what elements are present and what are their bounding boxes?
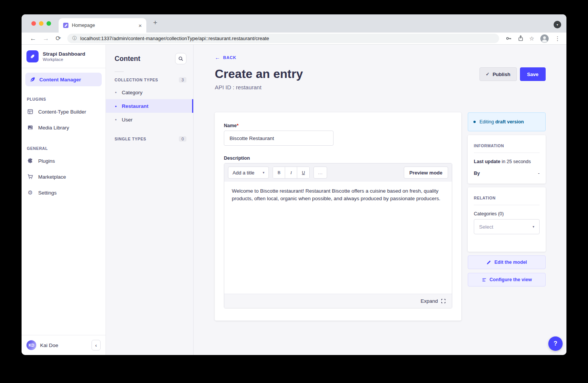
sidebar-item-content-type-builder[interactable]: Content-Type Builder (22, 104, 105, 120)
sidebar-item-marketplace[interactable]: Marketplace (22, 169, 105, 185)
subnav-item-label: Category (122, 90, 143, 95)
sidebar-item-label: Settings (38, 190, 57, 196)
bookmark-star-icon[interactable]: ☆ (529, 35, 534, 42)
traffic-lights (31, 21, 51, 26)
by-value: - (538, 171, 540, 176)
title-style-dropdown[interactable]: Add a title ▾ (228, 167, 269, 179)
forward-icon[interactable]: → (43, 35, 49, 42)
sidebar-item-settings[interactable]: ⚙ Settings (22, 185, 105, 201)
minimize-window-button[interactable] (39, 21, 43, 26)
sidebar-item-media-library[interactable]: Media Library (22, 120, 105, 135)
by-label: By (474, 171, 480, 176)
subnav-item-category[interactable]: • Category (106, 86, 193, 99)
sidebar-item-content-manager[interactable]: Content Manager (25, 73, 102, 86)
workspace-name: Workplace (43, 57, 85, 62)
collection-types-header: COLLECTION TYPES (115, 78, 158, 82)
subnav-item-label: User (122, 117, 133, 123)
bullet-icon: • (115, 103, 117, 109)
close-tab-icon[interactable]: × (138, 22, 142, 29)
subnav-item-restaurant[interactable]: • Restaurant (106, 99, 193, 113)
url-text: localhost:1337/admin/content-manager/col… (80, 36, 269, 41)
chevron-down-icon: ▾ (532, 225, 534, 229)
back-label: BACK (223, 55, 236, 60)
tab-title: Homepage (72, 23, 135, 28)
toolbar-actions: ☆ ⋮ (506, 34, 560, 43)
bold-button[interactable]: B (273, 167, 285, 178)
workspace-brand[interactable]: Strapi Dashboard Workplace (22, 45, 105, 68)
publish-button[interactable]: ✓ Publish (479, 67, 517, 81)
last-update-row: Last update in 25 seconds (474, 159, 540, 164)
search-button[interactable] (175, 53, 186, 64)
user-name: Kai Doe (40, 343, 58, 348)
nav-divider (22, 68, 105, 68)
subnav-title: Content (115, 55, 140, 63)
sidebar-item-label: Plugins (38, 158, 55, 164)
browser-tab[interactable]: Homepage × (59, 18, 146, 33)
collection-types-count-badge: 3 (179, 77, 186, 83)
more-formats-button[interactable]: ... (313, 167, 327, 179)
strapi-app: Strapi Dashboard Workplace Content Manag… (22, 45, 566, 355)
chevron-left-icon: ‹ (95, 343, 97, 348)
card-divider (474, 205, 540, 205)
share-icon[interactable] (518, 35, 524, 42)
sidebar-item-label: Media Library (38, 125, 69, 131)
configure-view-button[interactable]: Configure the view (468, 273, 546, 286)
question-mark-icon: ? (554, 340, 557, 347)
description-textarea[interactable]: Welcome to Biscotte restaurant! Restaura… (224, 182, 452, 294)
card-divider (474, 153, 540, 153)
settings-gear-icon: ⚙ (27, 189, 34, 196)
editor-toolbar: Add a title ▾ B I U ... Preview mode (224, 163, 452, 182)
by-row: By - (474, 171, 540, 176)
page-title: Create an entry (215, 67, 303, 81)
marketplace-cart-icon (27, 174, 34, 180)
name-input[interactable] (224, 131, 334, 146)
back-link[interactable]: ← BACK (215, 54, 546, 61)
window-menu-icon[interactable]: ▼ (554, 21, 561, 28)
close-window-button[interactable] (31, 21, 36, 26)
expand-icon[interactable] (441, 299, 446, 304)
sidebar-item-plugins[interactable]: Plugins (22, 153, 105, 169)
italic-button[interactable]: I (285, 167, 297, 178)
draft-status-text: Editing draft version (479, 119, 524, 125)
collapse-sidebar-button[interactable]: ‹ (92, 340, 101, 350)
browser-toolbar: ← → ⟳ ⓘ localhost:1337/admin/content-man… (22, 33, 566, 45)
title-style-label: Add a title (233, 170, 254, 176)
media-library-icon (27, 125, 34, 131)
chevron-down-icon: ▾ (263, 171, 265, 174)
new-tab-button[interactable]: + (153, 19, 157, 27)
underline-button[interactable]: U (297, 167, 309, 178)
avatar[interactable]: KD (26, 340, 36, 350)
select-placeholder: Select (479, 224, 493, 230)
browser-window: Homepage × + ▼ ← → ⟳ ⓘ localhost:1337/ad… (22, 14, 566, 355)
site-info-icon[interactable]: ⓘ (72, 35, 77, 42)
save-button[interactable]: Save (520, 67, 546, 81)
pencil-icon (486, 260, 491, 265)
browser-menu-icon[interactable]: ⋮ (555, 35, 560, 42)
single-types-count-badge: 0 (179, 136, 186, 142)
zoom-window-button[interactable] (47, 21, 51, 26)
reload-icon[interactable]: ⟳ (56, 35, 61, 42)
back-icon[interactable]: ← (30, 35, 36, 42)
edit-model-button[interactable]: Edit the model (468, 255, 546, 269)
back-arrow-icon: ← (215, 54, 220, 61)
categories-select[interactable]: Select ▾ (474, 219, 540, 234)
url-bar[interactable]: ⓘ localhost:1337/admin/content-manager/c… (67, 34, 499, 43)
nav-section-plugins: PLUGINS (27, 97, 100, 101)
password-key-icon[interactable] (506, 35, 512, 42)
expand-label[interactable]: Expand (420, 298, 438, 304)
profile-avatar-icon[interactable] (540, 34, 549, 43)
edit-model-label: Edit the model (494, 260, 527, 265)
configure-view-label: Configure the view (490, 277, 532, 282)
entry-form-card: Name* Description Add a title ▾ B (215, 112, 461, 321)
information-header: INFORMATION (474, 143, 540, 148)
preview-mode-button[interactable]: Preview mode (404, 167, 448, 179)
content-subnav: Content COLLECTION TYPES 3 • Category • … (106, 45, 194, 355)
plugins-icon (27, 158, 34, 164)
single-types-header: SINGLE TYPES (115, 137, 146, 141)
nav-section-general: GENERAL (27, 146, 100, 151)
search-icon (178, 56, 183, 61)
subnav-divider (115, 72, 124, 72)
information-card: INFORMATION Last update in 25 seconds By… (468, 135, 546, 184)
help-button[interactable]: ? (548, 336, 563, 351)
subnav-item-user[interactable]: • User (106, 113, 193, 126)
